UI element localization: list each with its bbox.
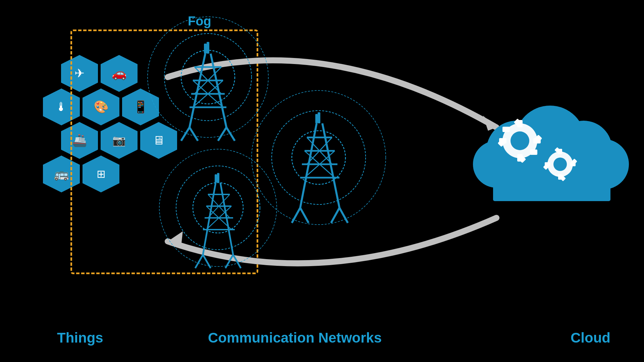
svg-rect-44 — [318, 112, 320, 123]
svg-point-78 — [553, 158, 567, 171]
svg-line-20 — [218, 127, 226, 141]
svg-rect-75 — [502, 127, 510, 132]
svg-point-21 — [193, 183, 243, 233]
svg-line-57 — [300, 208, 309, 223]
svg-point-2 — [181, 50, 235, 104]
svg-rect-6 — [207, 42, 209, 54]
svg-rect-25 — [217, 173, 219, 183]
svg-rect-5 — [204, 44, 207, 54]
svg-line-30 — [203, 183, 216, 255]
svg-line-38 — [203, 255, 211, 268]
svg-point-41 — [272, 111, 366, 204]
svg-point-66 — [511, 131, 529, 150]
svg-line-19 — [190, 127, 198, 141]
svg-rect-43 — [315, 114, 318, 123]
svg-rect-72 — [530, 149, 537, 155]
svg-line-36 — [195, 255, 203, 268]
svg-line-56 — [339, 208, 348, 223]
main-canvas: Fog ✈ 🚗 🌡 🎨 📱 🚢 📷 🖥 🚌 ⊞ — [0, 0, 644, 362]
diagram-svg — [0, 0, 644, 362]
svg-line-58 — [331, 208, 339, 223]
svg-line-31 — [220, 183, 233, 255]
svg-line-50 — [322, 123, 339, 208]
svg-rect-24 — [215, 174, 217, 183]
svg-point-23 — [159, 149, 277, 266]
svg-point-40 — [292, 131, 345, 184]
